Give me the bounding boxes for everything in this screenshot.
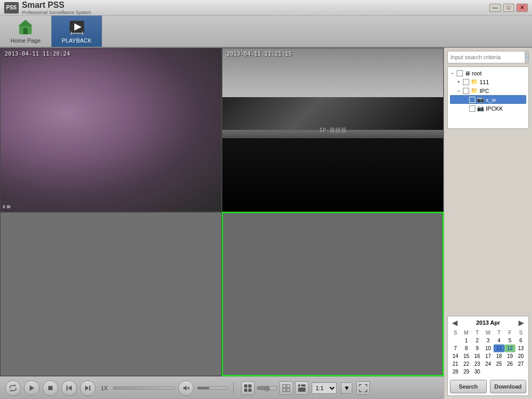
- calendar: ◀ 2013 Apr ▶ S M T W T F S: [447, 316, 529, 396]
- svg-marker-1: [18, 20, 33, 26]
- cal-next-button[interactable]: ▶: [516, 318, 526, 327]
- cal-day-20[interactable]: 20: [515, 352, 526, 360]
- cal-prev-button[interactable]: ◀: [450, 318, 460, 327]
- playback-progress[interactable]: [113, 387, 175, 390]
- svg-rect-25: [283, 389, 286, 392]
- next-frame-button[interactable]: [80, 380, 96, 396]
- cal-day-10[interactable]: 10: [483, 344, 494, 352]
- tree-check-111[interactable]: [463, 79, 469, 85]
- cal-day-3[interactable]: 3: [483, 337, 494, 344]
- aspect-ratio-select[interactable]: 1:1 4:3 16:9: [312, 382, 337, 394]
- cal-day-empty: [450, 337, 461, 344]
- minimize-btn[interactable]: —: [489, 4, 501, 12]
- svg-rect-27: [298, 384, 300, 387]
- play-button[interactable]: [24, 380, 39, 396]
- label-1: x w: [3, 204, 10, 209]
- loop-button[interactable]: [5, 380, 21, 396]
- cal-day-21[interactable]: 21: [450, 360, 461, 368]
- grid4-button[interactable]: [280, 381, 293, 395]
- calendar-header: ◀ 2013 Apr ▶: [450, 318, 526, 327]
- search-input[interactable]: [448, 52, 525, 62]
- cal-day-18[interactable]: 18: [494, 352, 504, 360]
- svg-marker-8: [15, 384, 16, 387]
- cal-day-9[interactable]: 9: [472, 344, 483, 352]
- tree-expand-root[interactable]: −: [450, 71, 455, 76]
- cal-header-M: M: [461, 329, 472, 337]
- tree-label-111: 111: [480, 79, 526, 85]
- cal-header-T2: T: [494, 329, 504, 337]
- svg-rect-22: [248, 389, 251, 392]
- cal-day-2[interactable]: 2: [472, 337, 483, 344]
- cal-day-28[interactable]: 28: [450, 368, 461, 376]
- cal-day-29[interactable]: 29: [461, 368, 472, 376]
- cal-day-24[interactable]: 24: [483, 360, 494, 368]
- cal-day-22[interactable]: 22: [461, 360, 472, 368]
- cal-day-11[interactable]: 11: [494, 344, 504, 352]
- tree-item-xw[interactable]: 📷 x_w: [450, 95, 526, 104]
- tree-check-IPCKK[interactable]: [469, 105, 475, 112]
- cal-day-14[interactable]: 14: [450, 352, 461, 360]
- video-cell-2[interactable]: 2013-04-11 11:21:15 IP-接接接: [222, 48, 444, 212]
- maximize-btn[interactable]: □: [503, 4, 514, 12]
- cal-day-23[interactable]: 23: [472, 360, 483, 368]
- cal-day-empty: [494, 376, 504, 378]
- stop-button[interactable]: [43, 380, 58, 396]
- calendar-grid: S M T W T F S 12345678910111213141516171…: [450, 329, 526, 378]
- tree-expand-111[interactable]: +: [456, 79, 461, 85]
- svg-rect-29: [298, 388, 305, 392]
- cal-day-6[interactable]: 6: [515, 337, 526, 344]
- ratio-dropdown[interactable]: ▼: [341, 382, 352, 394]
- folder-icon-111: 📁: [471, 78, 478, 85]
- mute-button[interactable]: [178, 380, 194, 396]
- nav-home[interactable]: Home Page: [0, 16, 51, 47]
- tree-item-root[interactable]: − 🖥 root: [450, 69, 526, 77]
- tree-check-IPC[interactable]: [463, 88, 469, 94]
- svg-marker-13: [68, 385, 72, 391]
- cal-day-16[interactable]: 16: [472, 352, 483, 360]
- cal-day-4[interactable]: 4: [494, 337, 504, 344]
- svg-rect-2: [23, 28, 28, 34]
- video-cell-4[interactable]: [222, 212, 444, 376]
- cal-day-7[interactable]: 7: [450, 344, 461, 352]
- navigation-bar: Home Page PLAYBACK: [0, 16, 532, 48]
- cal-day-12[interactable]: 12: [504, 344, 515, 352]
- video-cell-3[interactable]: [0, 212, 222, 376]
- calendar-actions: Search Download: [450, 380, 526, 393]
- cal-day-25[interactable]: 25: [494, 360, 504, 368]
- video-cell-1[interactable]: 2013-04-11 11:20:24 x w: [0, 48, 222, 212]
- playback-controls: 1X 1:1: [0, 376, 444, 399]
- search-icon-button[interactable]: 🔍: [525, 51, 529, 63]
- layout-custom-button[interactable]: [295, 381, 309, 395]
- cal-day-15[interactable]: 15: [461, 352, 472, 360]
- device-tree: − 🖥 root + 📁 111 − 📁 IPC: [447, 66, 529, 129]
- prev-frame-button[interactable]: [61, 380, 77, 396]
- tree-expand-IPC[interactable]: −: [456, 88, 461, 94]
- cal-day-19[interactable]: 19: [504, 352, 515, 360]
- cal-day-1[interactable]: 1: [461, 337, 472, 344]
- tree-check-xw[interactable]: [469, 97, 475, 103]
- cal-day-26[interactable]: 26: [504, 360, 515, 368]
- cal-day-17[interactable]: 17: [483, 352, 494, 360]
- grid-layout-button[interactable]: [241, 381, 255, 395]
- cal-day-empty: [450, 376, 461, 378]
- fullscreen-button[interactable]: [356, 381, 370, 395]
- volume-slider[interactable]: [197, 387, 228, 390]
- tree-item-111[interactable]: + 📁 111: [450, 77, 526, 86]
- cal-day-27[interactable]: 27: [515, 360, 526, 368]
- download-button[interactable]: Download: [490, 380, 527, 393]
- cal-day-5[interactable]: 5: [504, 337, 515, 344]
- home-icon: [17, 19, 34, 35]
- tree-item-IPC[interactable]: − 📁 IPC: [450, 86, 526, 95]
- search-button[interactable]: Search: [450, 380, 487, 393]
- brightness-slider[interactable]: [257, 386, 277, 390]
- nav-playback[interactable]: PLAYBACK: [51, 16, 102, 47]
- nav-playback-label: PLAYBACK: [62, 37, 91, 44]
- cal-day-30[interactable]: 30: [472, 368, 483, 376]
- close-btn[interactable]: ✕: [516, 4, 528, 12]
- tree-check-root[interactable]: [457, 70, 463, 76]
- svg-rect-26: [287, 389, 290, 392]
- tree-item-IPCKK[interactable]: 📷 IPCKK: [450, 104, 526, 113]
- cal-day-13[interactable]: 13: [515, 344, 526, 352]
- cal-day-8[interactable]: 8: [461, 344, 472, 352]
- svg-rect-28: [301, 384, 305, 387]
